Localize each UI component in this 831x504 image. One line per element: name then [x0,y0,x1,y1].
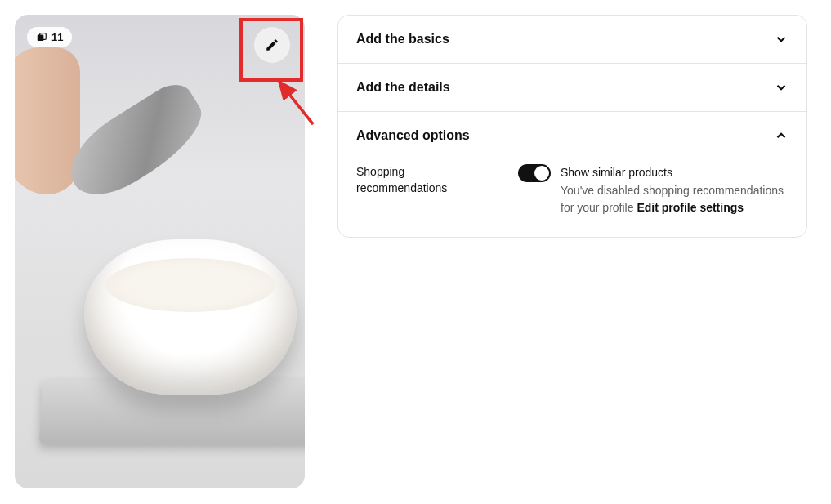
svg-rect-0 [38,34,44,41]
section-basics-header[interactable]: Add the basics [338,16,806,63]
chevron-down-icon [774,32,789,47]
section-advanced: Advanced options Shopping recommendation… [338,112,806,237]
image-count-value: 11 [51,31,63,43]
edit-profile-settings-link[interactable]: Edit profile settings [637,201,744,214]
section-details-header[interactable]: Add the details [338,64,806,111]
settings-card: Add the basics Add the details Advanced … [337,15,807,238]
pin-image: 11 [15,15,305,488]
image-preview-panel: 11 [15,15,305,488]
pencil-icon [265,38,279,52]
toggle-knob [534,166,549,181]
chevron-down-icon [774,80,789,95]
shopping-toggle[interactable] [518,164,551,182]
edit-button[interactable] [254,27,290,63]
settings-panel: Add the basics Add the details Advanced … [337,15,807,488]
image-count-badge: 11 [27,27,72,47]
chevron-up-icon [774,128,789,143]
shopping-recommendations-label: Shopping recommendations [356,164,471,196]
stack-icon [36,32,47,43]
section-details: Add the details [338,64,806,112]
advanced-body: Shopping recommendations Show similar pr… [338,159,806,237]
shopping-description: Show similar products You've disabled sh… [561,164,789,216]
section-basics-title: Add the basics [356,32,449,47]
section-basics: Add the basics [338,16,806,64]
shopping-toggle-title: Show similar products [561,164,789,181]
section-details-title: Add the details [356,80,450,95]
section-advanced-header[interactable]: Advanced options [338,112,806,159]
section-advanced-title: Advanced options [356,128,470,143]
